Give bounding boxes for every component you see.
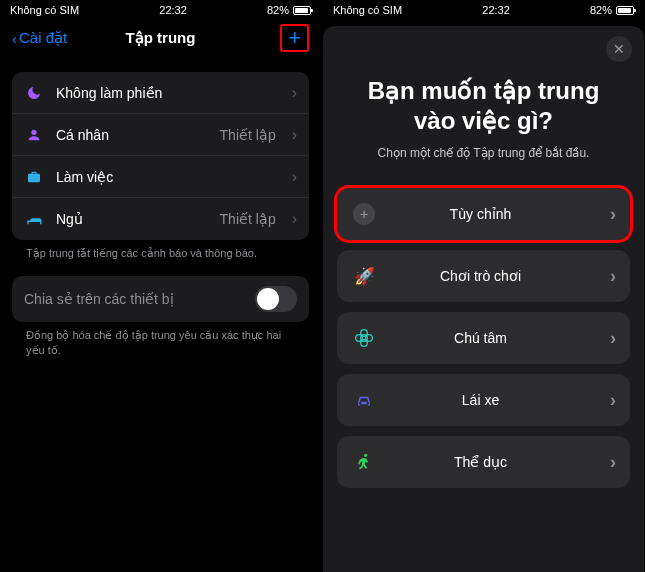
focus-item-label: Làm việc (56, 169, 276, 185)
option-label: Thể dục (391, 454, 596, 470)
option-mindfulness[interactable]: Chú tâm › (337, 312, 630, 364)
add-highlight: + (280, 24, 309, 52)
focus-item-work[interactable]: Làm việc › (12, 156, 309, 198)
option-driving[interactable]: Lái xe › (337, 374, 630, 426)
page-title: Tập trung (126, 29, 196, 47)
status-bar: Không có SIM 22:32 82% (323, 0, 644, 18)
focus-footer: Tập trung tắt tiếng các cảnh báo và thôn… (12, 240, 309, 276)
battery-icon (616, 6, 634, 15)
chevron-right-icon: › (610, 452, 616, 473)
back-label: Cài đặt (19, 29, 67, 47)
close-button[interactable]: ✕ (606, 36, 632, 62)
plus-circle-icon: + (351, 203, 377, 225)
share-group: Chia sẻ trên các thiết bị (12, 276, 309, 322)
battery-percent: 82% (267, 4, 289, 16)
option-label: Chơi trò chơi (391, 268, 596, 284)
briefcase-icon (24, 169, 44, 185)
share-label: Chia sẻ trên các thiết bị (24, 291, 243, 307)
focus-item-personal[interactable]: Cá nhân Thiết lập › (12, 114, 309, 156)
chevron-right-icon: › (610, 266, 616, 287)
svg-point-4 (366, 335, 373, 342)
chevron-right-icon: › (292, 168, 297, 186)
toggle-knob (257, 288, 279, 310)
battery-icon (293, 6, 311, 15)
bed-icon (24, 212, 44, 226)
focus-item-detail: Thiết lập (220, 211, 276, 227)
fitness-icon (351, 452, 377, 472)
chevron-right-icon: › (292, 84, 297, 102)
share-across-devices-row: Chia sẻ trên các thiết bị (12, 276, 309, 322)
car-icon (351, 392, 377, 408)
add-focus-button[interactable]: + (288, 29, 301, 47)
option-label: Tùy chỉnh (391, 206, 596, 222)
option-gaming[interactable]: 🚀 Chơi trò chơi › (337, 250, 630, 302)
sheet-title: Bạn muốn tập trung vào việc gì? (337, 76, 630, 136)
chevron-right-icon: › (610, 204, 616, 225)
nav-header: ‹ Cài đặt Tập trung + (0, 18, 321, 58)
share-toggle[interactable] (255, 286, 297, 312)
new-focus-sheet-screen: Không có SIM 22:32 82% ✕ Bạn muốn tập tr… (323, 0, 644, 572)
chevron-right-icon: › (292, 126, 297, 144)
battery-percent: 82% (590, 4, 612, 16)
back-button[interactable]: ‹ Cài đặt (12, 29, 67, 47)
focus-item-dnd[interactable]: Không làm phiền › (12, 72, 309, 114)
status-bar: Không có SIM 22:32 82% (0, 0, 321, 18)
chevron-right-icon: › (292, 210, 297, 228)
carrier-label: Không có SIM (10, 4, 79, 16)
option-label: Lái xe (391, 392, 596, 408)
focus-item-label: Cá nhân (56, 127, 208, 143)
focus-item-detail: Thiết lập (220, 127, 276, 143)
focus-item-label: Không làm phiền (56, 85, 276, 101)
chevron-right-icon: › (610, 390, 616, 411)
focus-item-sleep[interactable]: Ngủ Thiết lập › (12, 198, 309, 240)
moon-icon (24, 85, 44, 101)
mindfulness-icon (351, 328, 377, 348)
chevron-right-icon: › (610, 328, 616, 349)
option-fitness[interactable]: Thể dục › (337, 436, 630, 488)
modal-sheet: ✕ Bạn muốn tập trung vào việc gì? Chọn m… (323, 26, 644, 572)
focus-list: Không làm phiền › Cá nhân Thiết lập › Là… (12, 72, 309, 240)
person-icon (24, 127, 44, 143)
sheet-title-line2: vào việc gì? (414, 107, 553, 134)
option-label: Chú tâm (391, 330, 596, 346)
share-footer: Đồng bộ hóa chế độ tập trung yêu cầu xác… (12, 322, 309, 373)
clock-label: 22:32 (159, 4, 187, 16)
clock-label: 22:32 (482, 4, 510, 16)
chevron-left-icon: ‹ (12, 30, 17, 47)
sheet-subtitle: Chọn một chế độ Tập trung để bắt đầu. (337, 146, 630, 160)
focus-option-list: + Tùy chỉnh › 🚀 Chơi trò chơi › Chú tâm … (337, 188, 630, 488)
option-custom[interactable]: + Tùy chỉnh › (337, 188, 630, 240)
carrier-label: Không có SIM (333, 4, 402, 16)
settings-focus-screen: Không có SIM 22:32 82% ‹ Cài đặt Tập tru… (0, 0, 321, 572)
close-icon: ✕ (613, 41, 625, 57)
sheet-title-line1: Bạn muốn tập trung (368, 77, 600, 104)
game-icon: 🚀 (351, 266, 377, 287)
svg-point-3 (356, 335, 363, 342)
focus-item-label: Ngủ (56, 211, 208, 227)
